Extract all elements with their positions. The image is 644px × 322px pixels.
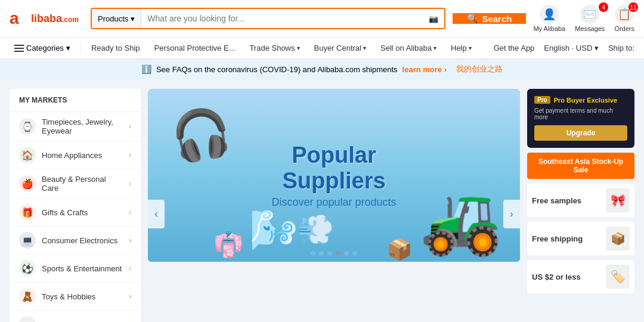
- promo-label: US $2 or less: [532, 273, 601, 281]
- nav-item-label: Help: [451, 44, 467, 52]
- chevron-down-icon: ▾: [363, 45, 366, 51]
- nav-trade-shows[interactable]: Trade Shows ▾: [243, 38, 305, 58]
- electronics-icon: 💻: [19, 232, 36, 249]
- chevron-right-icon: ›: [129, 122, 131, 131]
- chevron-right-icon: ›: [129, 151, 131, 159]
- sidebar-item-label: Timepieces, Jewelry, Eyewear: [42, 117, 123, 135]
- learn-more-link[interactable]: learn more ›: [402, 65, 447, 74]
- nav-personal-protective[interactable]: Personal Protective E...: [148, 38, 242, 58]
- pro-buyer-card: Pro Pro Buyer Exclusive Get payment term…: [527, 89, 634, 148]
- promo-free-shipping[interactable]: Free shipping 📦: [527, 222, 634, 255]
- chevron-right-icon: ›: [129, 264, 131, 273]
- nav-item-label: Buyer Central: [314, 44, 361, 52]
- my-alibaba-button[interactable]: 👤 My Alibaba: [533, 5, 565, 32]
- sports-icon: ⚽: [19, 260, 36, 277]
- ship-to-selector[interactable]: Ship to:: [608, 44, 634, 52]
- chevron-right-icon: ›: [444, 65, 447, 74]
- search-bar: Products ▾ 📷: [91, 8, 445, 29]
- sidebar-item-gifts[interactable]: 🎁 Gifts & Crafts ›: [10, 199, 141, 227]
- get-app-link[interactable]: Get the App: [494, 44, 535, 52]
- sidebar-item-toys[interactable]: 🧸 Toys & Hobbies ›: [10, 283, 141, 311]
- sidebar-title: MY MARKETS: [10, 89, 141, 112]
- banner-text: See FAQs on the coronavirus (COVID-19) a…: [156, 65, 398, 74]
- chevron-down-icon: ▾: [131, 14, 135, 23]
- orders-label: Orders: [614, 25, 634, 32]
- all-categories-icon: ▦: [19, 316, 36, 322]
- pro-badge: Pro: [534, 96, 550, 104]
- slide-title: Popular Suppliers: [241, 143, 427, 194]
- sidebar-item-label: Toys & Hobbies: [42, 292, 123, 301]
- language-selector[interactable]: English · USD ▾: [544, 44, 599, 52]
- main-content: MY MARKETS ⌚ Timepieces, Jewelry, Eyewea…: [0, 79, 644, 322]
- search-dropdown[interactable]: Products ▾: [92, 9, 141, 28]
- sidebar-item-timepieces[interactable]: ⌚ Timepieces, Jewelry, Eyewear ›: [10, 112, 141, 141]
- promo-label: Free samples: [532, 196, 601, 205]
- excavator-decoration: 🚜: [420, 182, 502, 259]
- sidebar-item-electronics[interactable]: 💻 Consumer Electronics ›: [10, 227, 141, 255]
- language-label: English · USD: [544, 44, 592, 52]
- main-banner: ‹ 🎧 🌬️ 💨 👘 🚜 📦 Popular Suppliers Discove…: [148, 89, 520, 322]
- gifts-icon: 🎁: [19, 204, 36, 221]
- beauty-icon: 🍎: [19, 175, 36, 192]
- orders-badge: 11: [628, 2, 638, 12]
- search-icon: 🔍: [467, 13, 478, 24]
- promo-free-shipping-image: 📦: [606, 227, 630, 250]
- nav-item-label: Sell on Alibaba: [380, 44, 432, 52]
- sidebar-item-label: Sports & Entertainment: [42, 264, 123, 273]
- right-panel: Pro Pro Buyer Exclusive Get payment term…: [527, 89, 634, 322]
- alibaba-logo-icon: a: [10, 10, 31, 27]
- nav-sell-on-alibaba[interactable]: Sell on Alibaba ▾: [374, 38, 442, 58]
- orders-button[interactable]: 📋 11 Orders: [614, 5, 634, 32]
- sidebar-item-label: Gifts & Crafts: [42, 208, 123, 217]
- pro-title: Pro Buyer Exclusive: [554, 97, 617, 104]
- search-input[interactable]: [141, 9, 423, 28]
- info-icon: ℹ️: [141, 64, 151, 74]
- sidebar: MY MARKETS ⌚ Timepieces, Jewelry, Eyewea…: [10, 89, 141, 322]
- logo[interactable]: a libaba.com: [10, 10, 79, 27]
- covid-banner: ℹ️ See FAQs on the coronavirus (COVID-19…: [0, 59, 644, 79]
- toys-icon: 🧸: [19, 288, 36, 305]
- sidebar-item-home-appliances[interactable]: 🏠 Home Appliances ›: [10, 141, 141, 169]
- messages-button[interactable]: ✉️ 4 Messages: [575, 5, 605, 32]
- sidebar-item-sports[interactable]: ⚽ Sports & Entertainment ›: [10, 255, 141, 283]
- pro-subtitle: Get payment terms and much more: [534, 107, 627, 120]
- header-actions: 👤 My Alibaba ✉️ 4 Messages 📋 11 Orders: [533, 5, 634, 32]
- categories-button[interactable]: Categories ▾: [10, 44, 75, 52]
- promo-us2-or-less[interactable]: US $2 or less 🏷️: [527, 260, 634, 293]
- messages-badge: 4: [599, 2, 608, 12]
- nav-buyer-central[interactable]: Buyer Central ▾: [308, 38, 372, 58]
- slide-prev-button[interactable]: ‹: [148, 200, 165, 228]
- sidebar-item-all-categories[interactable]: ▦ All Categories ›: [10, 311, 141, 322]
- nav-right-items: Get the App English · USD ▾ Ship to:: [494, 44, 634, 52]
- nav-ready-to-ship[interactable]: Ready to Ship: [85, 38, 146, 58]
- air-cooler-decoration: 🌬️: [249, 208, 298, 253]
- sidebar-item-label: Consumer Electronics: [42, 236, 123, 245]
- slide-next-button[interactable]: ›: [503, 200, 520, 228]
- sidebar-item-beauty[interactable]: 🍎 Beauty & Personal Care ›: [10, 169, 141, 199]
- chevron-down-icon: ▾: [66, 44, 70, 52]
- nav-help[interactable]: Help ▾: [445, 38, 478, 58]
- fan-decoration: 💨: [297, 212, 334, 247]
- headphones-decoration: 🎧: [168, 102, 236, 168]
- search-button-label: Search: [482, 14, 512, 24]
- home-appliances-icon: 🏠: [19, 147, 36, 163]
- user-avatar-icon: 👤: [540, 5, 559, 24]
- hamburger-icon: [14, 45, 24, 52]
- timepieces-icon: ⌚: [19, 118, 36, 135]
- sidebar-item-label: Beauty & Personal Care: [42, 175, 123, 193]
- sale-banner[interactable]: Southeast Asia Stock-Up Sale: [527, 153, 634, 179]
- nav-divider: [80, 44, 80, 53]
- slide-subtitle: Discover popular products: [241, 196, 427, 209]
- logo-text: libaba.com: [31, 13, 79, 25]
- promo-free-samples[interactable]: Free samples 🎀: [527, 184, 634, 217]
- camera-icon[interactable]: 📷: [423, 9, 444, 28]
- sidebar-item-label: All Categories: [42, 320, 123, 323]
- svg-text:a: a: [10, 10, 19, 27]
- upgrade-button[interactable]: Upgrade: [534, 125, 627, 141]
- ship-to-label: Ship to:: [608, 44, 634, 52]
- slide-text: Popular Suppliers Discover popular produ…: [241, 143, 427, 209]
- search-button[interactable]: 🔍 Search: [453, 13, 526, 24]
- nav-item-label: Personal Protective E...: [154, 44, 236, 52]
- chevron-down-icon: ▾: [469, 45, 472, 51]
- chevron-down-icon: ▾: [434, 45, 436, 51]
